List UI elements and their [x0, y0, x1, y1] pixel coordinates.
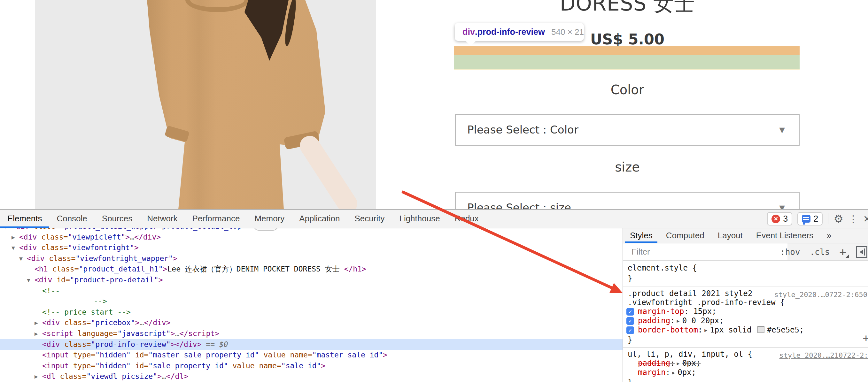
color-swatch[interactable] — [757, 326, 765, 333]
insert-rule-plus-button[interactable]: + — [863, 333, 868, 343]
tree-row[interactable]: ▼<div class="viewfontright"> — [0, 243, 623, 253]
style-rule: ul, li, p, div, input, ol {style_2020.…2… — [623, 348, 868, 382]
devtools-toolbar: ✕ 3 2 ⚙ ⋮ ✕ — [767, 210, 868, 228]
color-select[interactable]: Please Select : Color ▼ — [455, 114, 800, 146]
console-errors-button[interactable]: ✕ 3 — [767, 212, 792, 225]
tree-row[interactable]: ▼<div id="product-pro-detail"> — [0, 275, 623, 286]
error-count: 3 — [783, 214, 788, 224]
sidebar-tab-styles[interactable]: Styles — [623, 228, 659, 243]
code-token: <div — [34, 276, 52, 284]
tree-row[interactable]: ▶<div class="viewpicleft">…</div> — [0, 232, 623, 243]
twisty-expanded-icon[interactable]: ▼ — [11, 243, 15, 253]
tree-row[interactable]: ▶<dl class="viewdl picsize">…</dl> — [0, 371, 623, 382]
property-name: margin-top — [638, 307, 684, 316]
code-token: class= — [37, 233, 68, 241]
sidebar-tab-layout[interactable]: Layout — [711, 228, 749, 243]
inspect-tooltip: div.prod-info-review 540 × 21 — [455, 23, 584, 41]
code-token: <div — [42, 318, 60, 327]
declaration-checkbox[interactable]: ✓ — [626, 317, 634, 325]
code-token: == $0 — [202, 340, 228, 348]
styles-filter-input[interactable]: Filter — [623, 243, 787, 260]
rule-selector[interactable]: .viewfontright .prod-info-review { — [623, 298, 868, 307]
expand-shorthand-icon[interactable]: ▶ — [704, 326, 707, 335]
css-declaration[interactable]: ✓margin-top: 15px; — [623, 307, 868, 316]
tree-row[interactable]: ▼<div class="product_detail_wapper produ… — [0, 228, 623, 232]
colon: : — [670, 359, 675, 368]
kebab-menu-icon[interactable]: ⋮ — [848, 213, 858, 225]
element-style-selector[interactable]: element.style { — [623, 263, 868, 274]
code-token: <!-- price start --> — [42, 308, 131, 316]
tree-row[interactable]: <input type="hidden" id="sale_property_i… — [0, 360, 623, 372]
code-token: > — [135, 318, 140, 327]
new-style-rule-button[interactable]: + — [839, 245, 846, 258]
twisty-expanded-icon[interactable]: ▼ — [27, 275, 30, 286]
rule-selector[interactable]: ul, li, p, div, input, ol {style_2020.…2… — [623, 350, 868, 359]
closing-brace: } — [623, 274, 868, 284]
property-value: 0 0 20px — [682, 316, 719, 325]
tab-console[interactable]: Console — [49, 210, 94, 228]
css-declaration[interactable]: ✓border-bottom:▶1px solid #e5e5e5; — [623, 325, 868, 335]
code-token: Lee 连衣裙（官方）DENIM POCKET DORESS 女士 — [167, 265, 344, 273]
expand-shorthand-icon[interactable]: ▶ — [677, 317, 680, 326]
tab-security[interactable]: Security — [347, 210, 392, 228]
rule-selector[interactable]: .product_detail_2021_style2style_2020.…0… — [623, 289, 868, 298]
tree-row[interactable]: ▶<script language="javascript">…</script… — [0, 328, 623, 339]
code-token: language= — [73, 329, 117, 338]
tab-memory[interactable]: Memory — [247, 210, 292, 228]
code-token: "master_sale_id" — [312, 351, 383, 359]
close-icon[interactable]: ✕ — [863, 213, 868, 225]
declaration-checkbox[interactable]: ✓ — [626, 308, 634, 316]
sidebar-tab-computed[interactable]: Computed — [659, 228, 711, 243]
tooltip-dimensions: 540 × 21 — [551, 27, 584, 37]
tree-row[interactable]: ▼<div class="viewfontright_wapper"> — [0, 253, 623, 264]
code-token: … — [162, 372, 166, 380]
tree-row[interactable]: ▶<div class="pricebox">…</div> — [0, 317, 623, 328]
twisty-collapsed-icon[interactable]: ▶ — [11, 232, 15, 243]
hov-toggle-button[interactable]: :hov — [780, 247, 800, 257]
settings-gear-icon[interactable]: ⚙ — [834, 213, 843, 225]
semicolon: ; — [696, 359, 701, 368]
cls-toggle-button[interactable]: .cls — [810, 247, 830, 257]
tree-row[interactable]: <h1 class="product_detail_h1">Lee 连衣裙（官方… — [0, 264, 623, 275]
tab-network[interactable]: Network — [140, 210, 185, 228]
toolbar-divider — [828, 213, 828, 224]
code-token: </script> — [179, 329, 219, 338]
sidebar-tab--[interactable]: » — [820, 228, 838, 243]
devtools-panel: ElementsConsoleSourcesNetworkPerformance… — [0, 209, 868, 382]
twisty-expanded-icon[interactable]: ▼ — [19, 253, 23, 264]
expand-shorthand-icon[interactable]: ▶ — [672, 368, 675, 378]
expand-shorthand-icon[interactable]: ▶ — [677, 359, 680, 368]
code-token: --> — [94, 297, 107, 305]
css-declaration[interactable]: ✓padding:▶0 0 20px; — [623, 316, 868, 326]
tab-sources[interactable]: Sources — [95, 210, 140, 228]
property-value: 15px — [693, 307, 712, 316]
console-messages-button[interactable]: 2 — [797, 212, 823, 225]
tree-row[interactable]: --> — [0, 296, 623, 307]
tree-row[interactable]: <input type="hidden" id="master_sale_pro… — [0, 350, 623, 360]
code-token: "hidden" — [95, 361, 131, 370]
tree-row[interactable]: <!-- price start --> — [0, 307, 623, 318]
tab-elements[interactable]: Elements — [0, 210, 49, 228]
tab-redux[interactable]: Redux — [447, 210, 486, 228]
css-declaration[interactable]: margin:▶0px; — [623, 368, 868, 378]
code-token: … — [130, 233, 134, 241]
tab-lighthouse[interactable]: Lighthouse — [392, 210, 447, 228]
twisty-collapsed-icon[interactable]: ▶ — [34, 328, 38, 339]
declaration-checkbox[interactable]: ✓ — [626, 326, 634, 334]
twisty-expanded-icon[interactable]: ▼ — [4, 228, 7, 232]
twisty-collapsed-icon[interactable]: ▶ — [34, 317, 38, 328]
styles-sidebar: StylesComputedLayoutEvent Listeners» Fil… — [623, 228, 868, 382]
tree-row[interactable]: <div class="prod-info-review"></div> == … — [0, 339, 623, 350]
twisty-collapsed-icon[interactable]: ▶ — [34, 371, 38, 382]
flex-badge: flex — [254, 228, 278, 231]
code-token: > — [134, 243, 139, 252]
code-token: <div — [11, 228, 29, 230]
elements-panel: ▼<div class="product_detail_wapper produ… — [0, 228, 623, 382]
tree-row[interactable]: <!-- — [0, 286, 623, 296]
sidebar-tab-event-listeners[interactable]: Event Listeners — [749, 228, 820, 243]
toggle-sidebar-icon[interactable] — [856, 246, 867, 258]
css-declaration[interactable]: padding:▶0px; — [623, 359, 868, 368]
tab-application[interactable]: Application — [292, 210, 347, 228]
tab-performance[interactable]: Performance — [185, 210, 247, 228]
code-token: <dl — [42, 372, 56, 380]
